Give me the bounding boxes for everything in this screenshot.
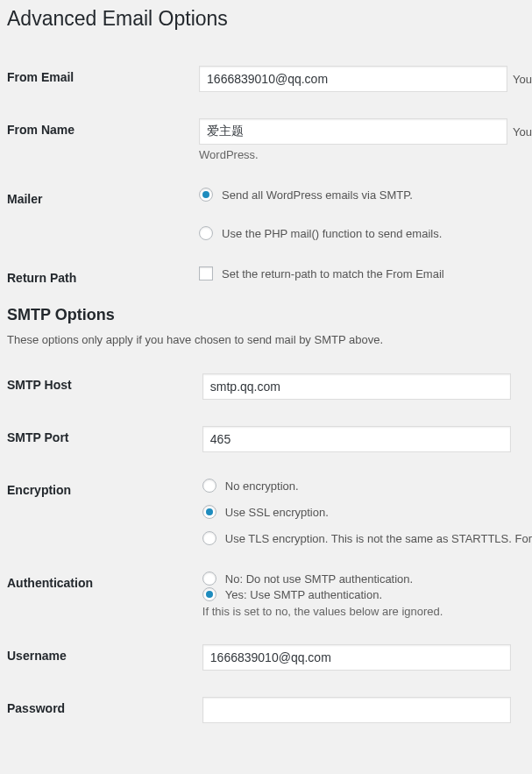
from-email-trailing: You: [513, 73, 532, 86]
auth-option-yes[interactable]: Yes: Use SMTP authentication.: [225, 588, 382, 601]
encryption-label: Encryption: [7, 465, 181, 558]
smtp-host-label: SMTP Host: [7, 360, 181, 413]
smtp-port-input[interactable]: [202, 426, 511, 452]
from-name-trailing: You: [513, 125, 532, 138]
auth-radio-no[interactable]: [202, 572, 216, 586]
smtp-host-input[interactable]: [202, 373, 511, 400]
auth-desc: If this is set to no, the values below a…: [202, 605, 532, 618]
page-heading: Advanced Email Options: [7, 7, 532, 31]
encryption-option-none[interactable]: No encryption.: [225, 479, 299, 493]
smtp-desc: These options only apply if you have cho…: [7, 333, 532, 346]
smtp-heading: SMTP Options: [7, 306, 532, 324]
password-input[interactable]: [202, 697, 511, 723]
authentication-label: Authentication: [7, 558, 181, 631]
mailer-radio-smtp[interactable]: [199, 188, 213, 202]
password-label: Password: [7, 684, 181, 736]
mailer-option-php[interactable]: Use the PHP mail() function to send emai…: [222, 227, 442, 240]
mailer-option-smtp[interactable]: Send all WordPress emails via SMTP.: [222, 188, 413, 202]
encryption-radio-ssl[interactable]: [202, 505, 216, 519]
from-email-label: From Email: [7, 53, 178, 105]
from-name-desc: WordPress.: [199, 148, 532, 161]
username-label: Username: [7, 631, 181, 684]
smtp-port-label: SMTP Port: [7, 413, 181, 465]
mailer-radio-php[interactable]: [199, 226, 213, 240]
encryption-radio-tls[interactable]: [202, 531, 216, 545]
return-path-checkbox[interactable]: [199, 266, 213, 280]
username-input[interactable]: [202, 644, 511, 671]
return-path-option[interactable]: Set the return-path to match the From Em…: [222, 267, 444, 280]
from-name-input[interactable]: [199, 118, 507, 145]
mailer-label: Mailer: [7, 174, 178, 253]
encryption-option-tls[interactable]: Use TLS encryption. This is not the same…: [225, 532, 532, 545]
auth-radio-yes[interactable]: [202, 587, 216, 601]
return-path-label: Return Path: [7, 253, 178, 302]
from-email-input[interactable]: [199, 66, 507, 92]
encryption-radio-none[interactable]: [202, 479, 216, 493]
auth-option-no[interactable]: No: Do not use SMTP authentication.: [225, 572, 413, 586]
encryption-option-ssl[interactable]: Use SSL encryption.: [225, 506, 329, 519]
from-name-label: From Name: [7, 105, 178, 174]
